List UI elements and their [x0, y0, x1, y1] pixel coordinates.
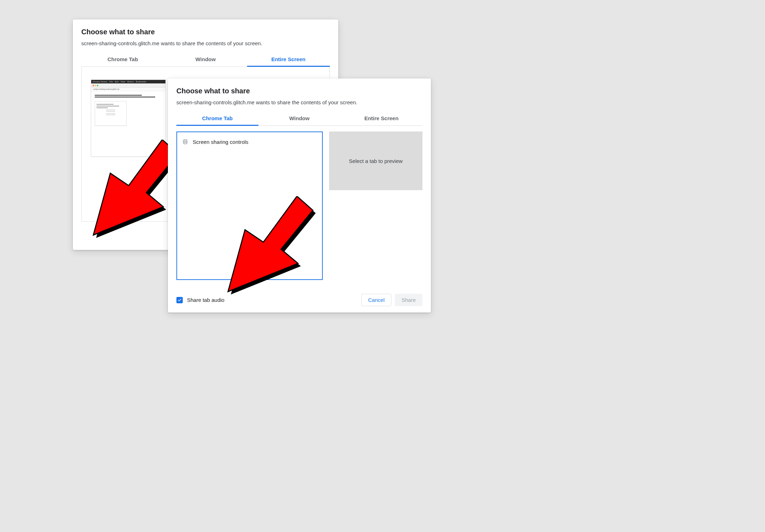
- tab-window[interactable]: Window: [164, 53, 247, 66]
- tab-chrome-tab[interactable]: Chrome Tab: [81, 53, 164, 66]
- dialog-title: Choose what to share: [176, 87, 422, 95]
- tab-list-item[interactable]: Screen sharing controls: [181, 137, 318, 146]
- dialog-footer: Share tab audio Cancel Share: [176, 294, 422, 306]
- share-audio-row[interactable]: Share tab audio: [176, 297, 224, 303]
- tab-window[interactable]: Window: [258, 112, 340, 125]
- share-button: Share: [395, 294, 422, 306]
- screen-thumbnail[interactable]: Chrome Canary File Edit View History Boo…: [91, 80, 166, 157]
- tab-list[interactable]: Screen sharing controls: [176, 131, 323, 280]
- share-audio-label: Share tab audio: [187, 297, 224, 303]
- tabs-row: Chrome Tab Window Entire Screen: [176, 112, 422, 126]
- tab-chrome-tab[interactable]: Chrome Tab: [176, 112, 258, 125]
- tab-entire-screen[interactable]: Entire Screen: [247, 53, 330, 66]
- chrome-tab-content: Screen sharing controls Select a tab to …: [176, 131, 422, 280]
- tab-list-item-label: Screen sharing controls: [193, 139, 249, 145]
- dialog-buttons: Cancel Share: [361, 294, 422, 306]
- dialog-title: Choose what to share: [81, 28, 330, 36]
- preview-placeholder: Select a tab to preview: [329, 131, 422, 190]
- tab-entire-screen[interactable]: Entire Screen: [340, 112, 422, 125]
- preview-placeholder-text: Select a tab to preview: [349, 158, 403, 164]
- dialog-subtext: screen-sharing-controls.glitch.me wants …: [176, 99, 422, 105]
- globe-icon: [182, 139, 188, 145]
- tabs-row: Chrome Tab Window Entire Screen: [81, 53, 330, 67]
- share-dialog-chrome-tab: Choose what to share screen-sharing-cont…: [168, 78, 431, 312]
- share-audio-checkbox[interactable]: [176, 297, 183, 303]
- preview-column: Select a tab to preview: [329, 131, 422, 280]
- dialog-subtext: screen-sharing-controls.glitch.me wants …: [81, 40, 330, 46]
- cancel-button[interactable]: Cancel: [361, 294, 391, 306]
